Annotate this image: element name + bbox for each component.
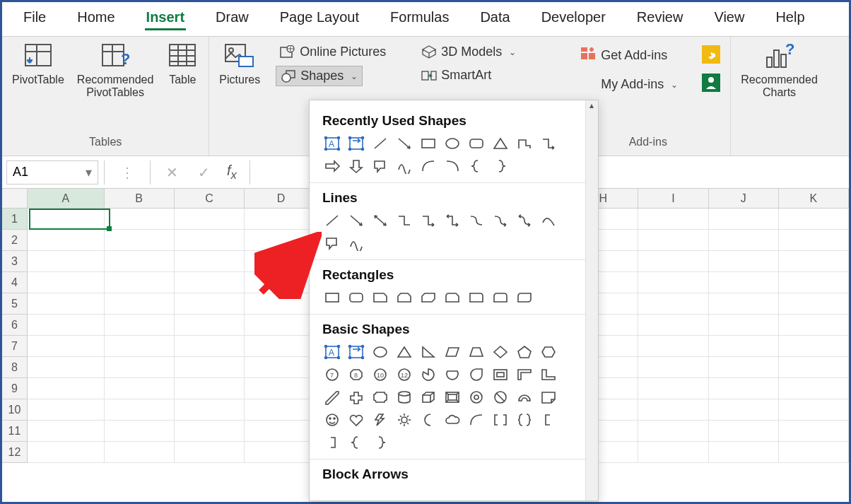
snip-single-icon[interactable] — [370, 288, 390, 307]
chevron-down-icon[interactable]: ▾ — [86, 165, 92, 180]
triangle-icon[interactable] — [394, 343, 414, 361]
snip-diag-icon[interactable] — [418, 288, 438, 307]
cell[interactable] — [105, 442, 175, 463]
cell[interactable] — [245, 336, 318, 357]
tab-file[interactable]: File — [22, 6, 47, 28]
round-rect-icon[interactable] — [346, 288, 366, 307]
plaque-icon[interactable] — [370, 388, 390, 406]
hexagon-icon[interactable] — [539, 343, 558, 361]
rect-icon[interactable] — [322, 288, 342, 307]
cell[interactable] — [28, 293, 105, 315]
cell[interactable] — [28, 399, 105, 421]
right-brace-icon[interactable] — [491, 157, 510, 175]
cell[interactable] — [105, 378, 175, 399]
row-header-11[interactable]: 11 — [2, 421, 28, 442]
cell[interactable] — [28, 209, 105, 230]
diamond-icon[interactable] — [491, 343, 510, 361]
curved-double-arrow-icon[interactable] — [515, 211, 534, 230]
my-addins-button[interactable]: My Add-ins ⌄ — [575, 75, 682, 94]
parallelogram-icon[interactable] — [442, 343, 462, 361]
cell[interactable] — [175, 378, 245, 399]
row-header-9[interactable]: 9 — [2, 378, 28, 399]
fx-button[interactable]: fx — [220, 163, 244, 182]
no-symbol-icon[interactable] — [491, 388, 510, 406]
col-header-A[interactable]: A — [28, 189, 105, 209]
row-header-3[interactable]: 3 — [2, 251, 28, 272]
oval-icon[interactable] — [442, 134, 462, 153]
octagon-icon[interactable]: 8 — [346, 365, 366, 384]
smiley-icon[interactable] — [322, 411, 342, 429]
tab-developer[interactable]: Developer — [540, 6, 607, 28]
callout-icon[interactable] — [370, 157, 390, 175]
cell[interactable] — [709, 209, 779, 230]
online-pictures-button[interactable]: Online Pictures — [276, 42, 390, 61]
left-brace-icon[interactable] — [466, 157, 486, 175]
cell[interactable] — [638, 315, 708, 336]
col-header-J[interactable]: J — [709, 189, 779, 209]
cell[interactable] — [175, 357, 245, 378]
tab-page-layout[interactable]: Page Layout — [278, 6, 360, 28]
cell[interactable] — [709, 315, 779, 336]
cell[interactable] — [175, 442, 245, 463]
folded-corner-icon[interactable] — [539, 388, 558, 406]
cell[interactable] — [175, 230, 245, 251]
snip-round-icon[interactable] — [442, 288, 462, 307]
sun-icon[interactable] — [394, 411, 414, 429]
line-arrow-icon[interactable] — [394, 134, 414, 153]
cell[interactable] — [638, 251, 708, 272]
rounded-rect-icon[interactable] — [466, 134, 486, 153]
donut-icon[interactable] — [466, 388, 486, 406]
row-header-6[interactable]: 6 — [2, 315, 28, 336]
tab-home[interactable]: Home — [76, 6, 116, 28]
cell[interactable] — [245, 209, 318, 230]
pie-icon[interactable] — [418, 365, 438, 384]
cell[interactable] — [175, 251, 245, 272]
curve-tool-icon[interactable] — [539, 211, 558, 230]
tab-help[interactable]: Help — [774, 6, 806, 28]
cell[interactable] — [638, 421, 708, 442]
oval-icon[interactable] — [370, 343, 390, 361]
line-double-arrow-icon[interactable] — [370, 211, 390, 230]
col-header-C[interactable]: C — [175, 189, 245, 209]
scribble-tool-icon[interactable] — [346, 234, 366, 252]
rectangle-icon[interactable] — [418, 134, 438, 153]
cell[interactable] — [638, 378, 708, 399]
cell[interactable] — [709, 399, 779, 421]
cube-icon[interactable] — [418, 388, 438, 406]
cell[interactable] — [779, 272, 849, 293]
pentagon-icon[interactable] — [515, 343, 534, 361]
freeform-icon[interactable] — [515, 134, 534, 153]
bing-icon[interactable] — [702, 45, 720, 64]
cell[interactable] — [638, 399, 708, 421]
cell[interactable] — [245, 251, 318, 272]
cell[interactable] — [28, 251, 105, 272]
cell[interactable] — [245, 272, 318, 293]
diag-stripe-icon[interactable] — [322, 388, 342, 406]
pictures-button[interactable]: Pictures — [219, 42, 260, 86]
cell[interactable] — [175, 399, 245, 421]
connector-elbow-icon[interactable] — [539, 134, 558, 153]
cell[interactable] — [245, 378, 318, 399]
cell[interactable] — [175, 293, 245, 315]
table-button[interactable]: Table — [166, 42, 199, 86]
textbox-h-icon[interactable]: A — [322, 343, 342, 361]
cell[interactable] — [709, 293, 779, 315]
block-arc-icon[interactable] — [515, 388, 534, 406]
textbox-h-icon[interactable]: A — [322, 134, 342, 153]
cell[interactable] — [105, 357, 175, 378]
round-single-icon[interactable] — [466, 288, 486, 307]
cell[interactable] — [779, 209, 849, 230]
l-shape-icon[interactable] — [539, 365, 558, 384]
cell[interactable] — [779, 336, 849, 357]
namebox-more-icon[interactable]: ⋮ — [110, 164, 144, 181]
cell[interactable] — [105, 315, 175, 336]
cell[interactable] — [709, 272, 779, 293]
row-header-12[interactable]: 12 — [2, 442, 28, 463]
cell[interactable] — [175, 272, 245, 293]
select-all-corner[interactable] — [2, 189, 28, 209]
cell[interactable] — [245, 399, 318, 421]
cell[interactable] — [709, 357, 779, 378]
cell[interactable] — [709, 230, 779, 251]
cell[interactable] — [245, 230, 318, 251]
scribble-icon[interactable] — [394, 157, 414, 175]
